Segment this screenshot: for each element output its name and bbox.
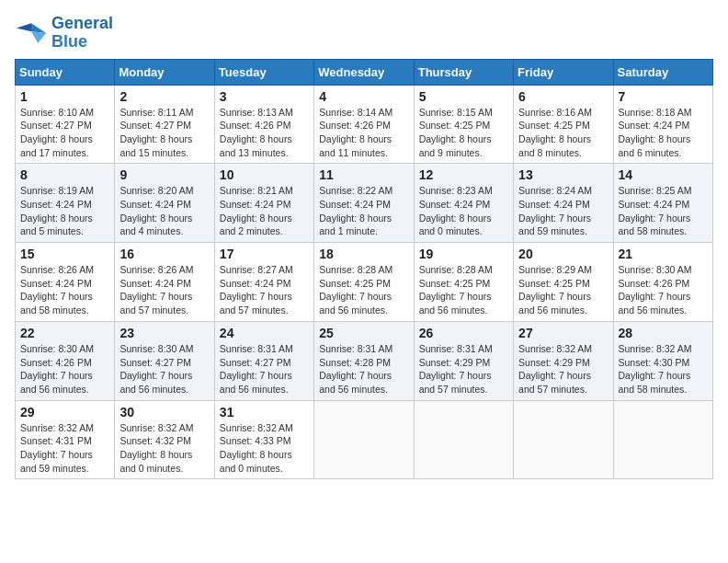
calendar-cell: 10 Sunrise: 8:21 AM Sunset: 4:24 PM Dayl… — [214, 164, 313, 243]
day-number: 13 — [518, 167, 608, 182]
day-number: 14 — [619, 167, 708, 182]
day-info: Sunrise: 8:28 AM Sunset: 4:25 PM Dayligh… — [319, 263, 408, 317]
weekday-header-monday: Monday — [115, 59, 214, 85]
day-info: Sunrise: 8:30 AM Sunset: 4:26 PM Dayligh… — [20, 342, 109, 396]
day-number: 1 — [20, 89, 109, 104]
calendar-cell: 29 Sunrise: 8:32 AM Sunset: 4:31 PM Dayl… — [16, 400, 115, 479]
day-info: Sunrise: 8:19 AM Sunset: 4:24 PM Dayligh… — [20, 184, 109, 238]
logo-text: General Blue — [51, 15, 113, 52]
calendar-cell: 18 Sunrise: 8:28 AM Sunset: 4:25 PM Dayl… — [314, 243, 414, 322]
day-info: Sunrise: 8:14 AM Sunset: 4:26 PM Dayligh… — [319, 106, 408, 160]
day-number: 4 — [319, 89, 408, 104]
day-number: 26 — [419, 326, 508, 340]
day-number: 8 — [20, 167, 109, 182]
day-info: Sunrise: 8:31 AM Sunset: 4:28 PM Dayligh… — [319, 342, 408, 396]
calendar-cell: 20 Sunrise: 8:29 AM Sunset: 4:25 PM Dayl… — [514, 243, 613, 322]
day-number: 31 — [220, 405, 309, 419]
day-info: Sunrise: 8:11 AM Sunset: 4:27 PM Dayligh… — [119, 106, 209, 160]
day-info: Sunrise: 8:32 AM Sunset: 4:31 PM Dayligh… — [20, 421, 109, 476]
calendar-cell: 13 Sunrise: 8:24 AM Sunset: 4:24 PM Dayl… — [514, 164, 613, 243]
day-number: 15 — [20, 247, 109, 261]
logo-blue: Blue — [51, 32, 87, 51]
day-number: 12 — [419, 167, 508, 182]
weekday-header-saturday: Saturday — [613, 59, 712, 85]
day-info: Sunrise: 8:31 AM Sunset: 4:29 PM Dayligh… — [419, 342, 508, 396]
calendar-week-2: 8 Sunrise: 8:19 AM Sunset: 4:24 PM Dayli… — [16, 164, 713, 243]
calendar-cell: 9 Sunrise: 8:20 AM Sunset: 4:24 PM Dayli… — [115, 164, 214, 243]
day-number: 16 — [119, 247, 209, 261]
day-number: 6 — [518, 89, 608, 104]
day-info: Sunrise: 8:26 AM Sunset: 4:24 PM Dayligh… — [20, 263, 109, 317]
calendar-cell — [514, 400, 613, 479]
day-info: Sunrise: 8:32 AM Sunset: 4:29 PM Dayligh… — [518, 342, 608, 396]
day-info: Sunrise: 8:22 AM Sunset: 4:24 PM Dayligh… — [319, 184, 408, 238]
day-number: 11 — [319, 167, 408, 182]
day-info: Sunrise: 8:30 AM Sunset: 4:27 PM Dayligh… — [119, 342, 209, 396]
calendar-cell: 14 Sunrise: 8:25 AM Sunset: 4:24 PM Dayl… — [613, 164, 712, 243]
calendar-week-5: 29 Sunrise: 8:32 AM Sunset: 4:31 PM Dayl… — [16, 400, 713, 479]
day-number: 3 — [220, 89, 309, 104]
calendar-cell: 31 Sunrise: 8:32 AM Sunset: 4:33 PM Dayl… — [214, 400, 313, 479]
weekday-header-thursday: Thursday — [414, 59, 513, 85]
calendar-cell: 23 Sunrise: 8:30 AM Sunset: 4:27 PM Dayl… — [115, 321, 214, 400]
weekday-header-tuesday: Tuesday — [214, 59, 313, 85]
day-number: 29 — [20, 405, 109, 419]
day-info: Sunrise: 8:13 AM Sunset: 4:26 PM Dayligh… — [220, 106, 309, 160]
svg-marker-1 — [17, 23, 31, 31]
day-info: Sunrise: 8:30 AM Sunset: 4:26 PM Dayligh… — [619, 263, 708, 317]
calendar-week-3: 15 Sunrise: 8:26 AM Sunset: 4:24 PM Dayl… — [16, 243, 713, 322]
calendar-cell: 28 Sunrise: 8:32 AM Sunset: 4:30 PM Dayl… — [613, 321, 712, 400]
day-info: Sunrise: 8:24 AM Sunset: 4:24 PM Dayligh… — [518, 184, 608, 238]
calendar-cell: 22 Sunrise: 8:30 AM Sunset: 4:26 PM Dayl… — [16, 321, 115, 400]
day-number: 7 — [619, 89, 708, 104]
calendar-week-4: 22 Sunrise: 8:30 AM Sunset: 4:26 PM Dayl… — [16, 321, 713, 400]
day-info: Sunrise: 8:10 AM Sunset: 4:27 PM Dayligh… — [20, 106, 109, 160]
weekday-header-friday: Friday — [514, 59, 613, 85]
day-info: Sunrise: 8:18 AM Sunset: 4:24 PM Dayligh… — [619, 106, 708, 160]
day-info: Sunrise: 8:29 AM Sunset: 4:25 PM Dayligh… — [518, 263, 608, 317]
day-number: 21 — [619, 247, 708, 261]
day-number: 25 — [319, 326, 408, 340]
day-number: 20 — [518, 247, 608, 261]
calendar-cell: 21 Sunrise: 8:30 AM Sunset: 4:26 PM Dayl… — [613, 243, 712, 322]
calendar-cell: 25 Sunrise: 8:31 AM Sunset: 4:28 PM Dayl… — [314, 321, 414, 400]
calendar-cell: 26 Sunrise: 8:31 AM Sunset: 4:29 PM Dayl… — [414, 321, 513, 400]
calendar-cell: 3 Sunrise: 8:13 AM Sunset: 4:26 PM Dayli… — [214, 85, 313, 164]
day-info: Sunrise: 8:23 AM Sunset: 4:24 PM Dayligh… — [419, 184, 508, 238]
calendar-table: SundayMondayTuesdayWednesdayThursdayFrid… — [15, 59, 713, 480]
day-number: 2 — [119, 89, 209, 104]
day-info: Sunrise: 8:25 AM Sunset: 4:24 PM Dayligh… — [619, 184, 708, 238]
calendar-cell — [613, 400, 712, 479]
calendar-cell: 16 Sunrise: 8:26 AM Sunset: 4:24 PM Dayl… — [115, 243, 214, 322]
calendar-cell: 8 Sunrise: 8:19 AM Sunset: 4:24 PM Dayli… — [16, 164, 115, 243]
calendar-cell: 2 Sunrise: 8:11 AM Sunset: 4:27 PM Dayli… — [115, 85, 214, 164]
calendar-cell: 27 Sunrise: 8:32 AM Sunset: 4:29 PM Dayl… — [514, 321, 613, 400]
calendar-cell: 30 Sunrise: 8:32 AM Sunset: 4:32 PM Dayl… — [115, 400, 214, 479]
day-info: Sunrise: 8:16 AM Sunset: 4:25 PM Dayligh… — [518, 106, 608, 160]
day-number: 24 — [220, 326, 309, 340]
calendar-cell: 5 Sunrise: 8:15 AM Sunset: 4:25 PM Dayli… — [414, 85, 513, 164]
day-number: 18 — [319, 247, 408, 261]
logo-icon — [15, 17, 48, 50]
calendar-cell: 17 Sunrise: 8:27 AM Sunset: 4:24 PM Dayl… — [214, 243, 313, 322]
day-info: Sunrise: 8:32 AM Sunset: 4:30 PM Dayligh… — [619, 342, 708, 396]
calendar-cell: 4 Sunrise: 8:14 AM Sunset: 4:26 PM Dayli… — [314, 85, 414, 164]
logo: General Blue — [15, 15, 113, 52]
day-number: 23 — [119, 326, 209, 340]
day-number: 19 — [419, 247, 508, 261]
day-info: Sunrise: 8:32 AM Sunset: 4:33 PM Dayligh… — [220, 421, 309, 476]
day-info: Sunrise: 8:31 AM Sunset: 4:27 PM Dayligh… — [220, 342, 309, 396]
day-info: Sunrise: 8:32 AM Sunset: 4:32 PM Dayligh… — [119, 421, 209, 476]
day-info: Sunrise: 8:15 AM Sunset: 4:25 PM Dayligh… — [419, 106, 508, 160]
day-info: Sunrise: 8:27 AM Sunset: 4:24 PM Dayligh… — [220, 263, 309, 317]
day-number: 30 — [119, 405, 209, 419]
day-number: 9 — [119, 167, 209, 182]
calendar-cell: 24 Sunrise: 8:31 AM Sunset: 4:27 PM Dayl… — [214, 321, 313, 400]
logo-general: General — [51, 14, 113, 32]
day-number: 27 — [518, 326, 608, 340]
svg-marker-2 — [31, 31, 46, 43]
calendar-cell: 11 Sunrise: 8:22 AM Sunset: 4:24 PM Dayl… — [314, 164, 414, 243]
day-number: 10 — [220, 167, 309, 182]
weekday-header-sunday: Sunday — [16, 59, 115, 85]
calendar-cell — [314, 400, 414, 479]
